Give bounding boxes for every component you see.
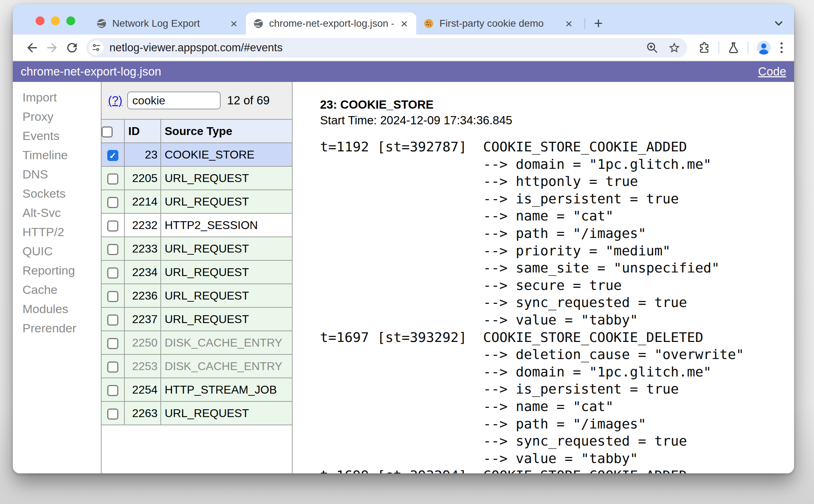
row-id: 2236 (124, 284, 161, 307)
column-header-id: ID (124, 119, 161, 143)
row-checkbox[interactable] (107, 244, 118, 255)
sidebar-item-timeline[interactable]: Timeline (22, 145, 101, 165)
row-source-type: URL_REQUEST (161, 166, 292, 190)
filter-input[interactable] (127, 92, 221, 109)
table-row[interactable]: 2233URL_REQUEST (102, 237, 292, 260)
tab-title: First-party cookie demo (439, 18, 558, 29)
sidebar: ImportProxyEventsTimelineDNSSocketsAlt-S… (13, 82, 101, 473)
row-checkbox[interactable] (107, 291, 118, 302)
tab-chrome-net-export-log[interactable]: chrome-net-export-log.json - × (246, 12, 416, 35)
toolbar-divider (748, 42, 748, 54)
filter-result-count: 12 of 69 (227, 94, 269, 107)
row-checkbox[interactable] (107, 362, 118, 373)
row-checkbox[interactable] (107, 385, 118, 396)
table-row[interactable]: 2234URL_REQUEST (102, 260, 292, 284)
reload-button[interactable] (62, 38, 82, 58)
row-id: 2205 (124, 166, 161, 190)
minimize-window-button[interactable] (51, 16, 60, 25)
row-checkbox[interactable] (107, 267, 118, 279)
sidebar-item-alt-svc[interactable]: Alt-Svc (22, 203, 101, 222)
close-icon[interactable]: × (229, 17, 239, 30)
sidebar-item-reporting[interactable]: Reporting (22, 261, 101, 280)
extensions-icon[interactable] (698, 41, 711, 54)
row-checkbox-cell (102, 190, 124, 213)
loaded-file-title: chrome-net-export-log.json (21, 65, 161, 78)
sidebar-item-import[interactable]: Import (22, 88, 101, 107)
sidebar-item-cache[interactable]: Cache (22, 280, 101, 299)
maximize-window-button[interactable] (66, 16, 75, 25)
sidebar-item-dns[interactable]: DNS (22, 165, 101, 184)
row-checkbox-cell (102, 284, 124, 307)
filter-help-link[interactable]: (?) (108, 94, 122, 107)
row-checkbox[interactable] (107, 197, 118, 208)
chevron-down-icon[interactable] (773, 17, 785, 29)
row-checkbox[interactable] (107, 409, 118, 420)
sidebar-item-quic[interactable]: QUIC (22, 241, 101, 261)
row-checkbox[interactable] (107, 338, 118, 349)
row-checkbox[interactable]: ✓ (107, 150, 118, 161)
tab-title: Network Log Export (112, 18, 223, 29)
table-row[interactable]: 2205URL_REQUEST (102, 166, 292, 190)
table-row[interactable]: 2253DISK_CACHE_ENTRY (102, 354, 292, 378)
close-icon[interactable]: × (399, 17, 409, 30)
browser-toolbar: netlog-viewer.appspot.com/#events (13, 35, 794, 61)
sidebar-item-events[interactable]: Events (22, 126, 101, 145)
row-source-type: URL_REQUEST (161, 237, 292, 260)
tab-first-party-cookie-demo[interactable]: First-party cookie demo × (416, 12, 581, 35)
netlog-header: chrome-net-export-log.json Code (13, 61, 794, 82)
event-start-time: Start Time: 2024-12-09 17:34:36.845 (320, 113, 794, 128)
globe-icon (253, 18, 264, 29)
new-tab-button[interactable]: + (589, 14, 608, 33)
row-source-type: COOKIE_STORE (161, 143, 292, 166)
table-row[interactable]: 2250DISK_CACHE_ENTRY (102, 331, 292, 354)
row-id: 2254 (124, 378, 161, 401)
code-link[interactable]: Code (758, 65, 786, 78)
row-source-type: DISK_CACHE_ENTRY (161, 331, 292, 354)
row-checkbox[interactable] (107, 220, 118, 232)
sidebar-item-prerender[interactable]: Prerender (22, 318, 101, 338)
row-source-type: DISK_CACHE_ENTRY (161, 354, 292, 378)
back-button[interactable] (22, 38, 42, 58)
row-checkbox-cell (102, 354, 124, 378)
table-row[interactable]: 2237URL_REQUEST (102, 307, 292, 331)
sidebar-item-sockets[interactable]: Sockets (22, 184, 101, 203)
select-all-checkbox[interactable] (102, 126, 113, 137)
close-window-button[interactable] (36, 16, 45, 25)
filter-bar: (?) 12 of 69 (102, 82, 292, 119)
table-header-row: ID Source Type (102, 119, 292, 143)
url-text[interactable]: netlog-viewer.appspot.com/#events (109, 41, 637, 54)
zoom-icon[interactable] (646, 41, 659, 54)
bookmark-star-icon[interactable] (668, 41, 681, 54)
tab-network-log-export[interactable]: Network Log Export × (89, 12, 246, 35)
row-checkbox[interactable] (107, 173, 118, 185)
flask-icon[interactable] (727, 41, 740, 54)
row-source-type: URL_REQUEST (161, 307, 292, 331)
table-row[interactable]: 2214URL_REQUEST (102, 190, 292, 213)
profile-avatar[interactable] (756, 40, 772, 56)
forward-button[interactable] (42, 38, 62, 58)
row-id: 2214 (124, 190, 161, 213)
traffic-lights (36, 16, 75, 25)
table-row[interactable]: 2236URL_REQUEST (102, 284, 292, 307)
menu-kebab-icon[interactable] (780, 42, 783, 53)
header-checkbox-cell (102, 119, 124, 143)
row-checkbox-cell (102, 237, 124, 260)
sidebar-item-proxy[interactable]: Proxy (22, 107, 101, 126)
omnibox[interactable]: netlog-viewer.appspot.com/#events (86, 38, 687, 57)
row-checkbox-cell (102, 378, 124, 401)
table-row[interactable]: 2263URL_REQUEST (102, 401, 292, 425)
table-row[interactable]: 2254HTTP_STREAM_JOB (102, 378, 292, 401)
row-checkbox-cell: ✓ (102, 143, 124, 166)
table-row[interactable]: 2232HTTP2_SESSION (102, 213, 292, 237)
site-settings-button[interactable] (89, 40, 104, 55)
close-icon[interactable]: × (564, 17, 574, 30)
tab-divider (584, 18, 585, 29)
table-row[interactable]: ✓23COOKIE_STORE (102, 143, 292, 166)
events-panel: (?) 12 of 69 ID Source Type ✓23COOKIE_ST… (101, 82, 293, 473)
sidebar-item-http-2[interactable]: HTTP/2 (22, 222, 101, 241)
sidebar-item-modules[interactable]: Modules (22, 299, 101, 318)
row-checkbox-cell (102, 331, 124, 354)
row-checkbox[interactable] (107, 315, 118, 326)
event-detail-title: 23: COOKIE_STORE (320, 97, 794, 113)
row-id: 2232 (124, 213, 161, 237)
